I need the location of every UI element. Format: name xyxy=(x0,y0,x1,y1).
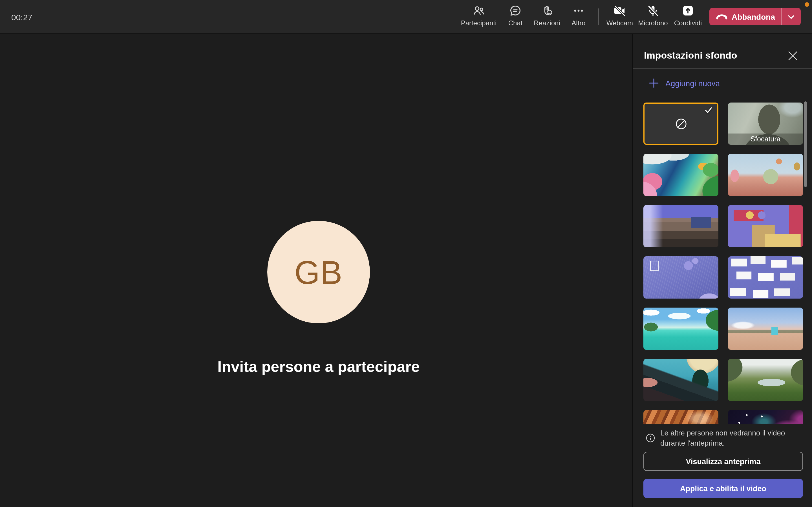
meeting-timer: 00:27 xyxy=(11,12,33,22)
leave-button[interactable]: Abbandona xyxy=(709,8,781,25)
hand-smiley-icon xyxy=(540,4,554,17)
background-option-canyon-rocks[interactable] xyxy=(644,410,718,424)
meeting-stage: GB Invita persone a partecipare xyxy=(0,34,632,507)
teams-meeting-window: 00:27 Partecipanti Chat xyxy=(0,0,812,507)
background-option-galaxy-nebula[interactable] xyxy=(728,410,803,424)
share-label: Condividi xyxy=(664,19,712,27)
background-settings-panel: Impostazioni sfondo Aggiungi nuova xyxy=(633,34,812,507)
mic-off-icon xyxy=(646,4,660,17)
preview-info-text: Le altre persone non vedranno il video d… xyxy=(660,428,794,448)
block-icon xyxy=(673,116,688,131)
chat-bubble-icon xyxy=(509,4,522,17)
close-icon xyxy=(788,51,798,61)
background-option-tropical-lagoon[interactable] xyxy=(644,307,718,350)
avatar: GB xyxy=(267,221,370,323)
notification-dot xyxy=(805,2,809,7)
plus-icon xyxy=(649,78,659,89)
background-option-very-peri-cards[interactable] xyxy=(728,256,803,298)
more-button[interactable]: Altro xyxy=(555,4,602,27)
panel-scrollbar[interactable] xyxy=(804,101,807,187)
apply-and-enable-video-button[interactable]: Applica e abilita il video xyxy=(644,479,803,498)
background-option-mountain-valley[interactable] xyxy=(728,359,803,401)
hangup-icon xyxy=(715,10,728,23)
info-icon xyxy=(646,433,655,443)
background-option-birthday-celebration[interactable] xyxy=(728,154,803,196)
invite-text: Invita persone a partecipare xyxy=(93,358,544,376)
leave-button-group: Abbandona xyxy=(709,8,801,25)
panel-title: Impostazioni sfondo xyxy=(644,50,737,61)
check-icon xyxy=(705,107,712,113)
chevron-down-icon xyxy=(786,12,796,21)
background-options-grid: Sfocatura xyxy=(644,103,803,424)
camera-off-icon xyxy=(613,4,626,17)
preview-info: Le altre persone non vedranno il video d… xyxy=(646,428,794,448)
background-option-papercut-landscape[interactable] xyxy=(644,154,718,196)
background-option-living-room[interactable] xyxy=(644,205,718,247)
ellipsis-icon xyxy=(572,4,585,17)
preview-button[interactable]: Visualizza anteprima xyxy=(644,452,803,471)
background-option-beach-lifeguard[interactable] xyxy=(728,307,803,350)
background-option-none[interactable] xyxy=(644,103,718,145)
share-arrow-icon xyxy=(681,4,695,17)
meeting-toolbar: 00:27 Partecipanti Chat xyxy=(0,0,812,34)
blur-label: Sfocatura xyxy=(728,133,803,145)
panel-header-divider xyxy=(633,68,812,69)
share-button[interactable]: Condividi xyxy=(664,4,712,27)
add-new-background-button[interactable]: Aggiungi nuova xyxy=(649,78,720,89)
leave-label: Abbandona xyxy=(732,12,775,21)
leave-options-button[interactable] xyxy=(781,8,801,25)
people-icon xyxy=(472,4,486,17)
background-option-colorful-study[interactable] xyxy=(728,205,803,247)
more-label: Altro xyxy=(555,19,602,27)
background-option-alien-landscape[interactable] xyxy=(644,359,718,401)
add-new-label: Aggiungi nuova xyxy=(665,78,720,88)
background-option-very-peri-fur[interactable] xyxy=(644,256,718,298)
close-panel-button[interactable] xyxy=(785,48,800,63)
background-option-blur[interactable]: Sfocatura xyxy=(728,103,803,145)
